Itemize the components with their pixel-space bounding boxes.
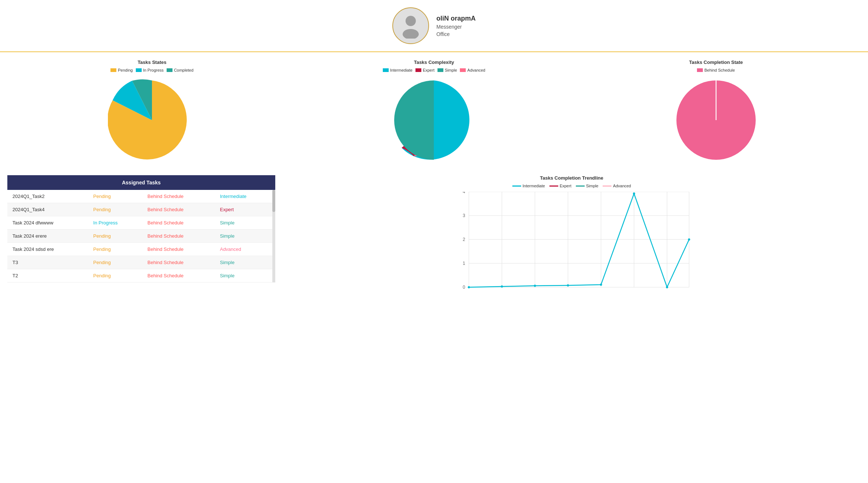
task-completion-cell: Behind Schedule: [142, 203, 215, 216]
trendline-legend-advanced: Advanced: [603, 184, 631, 188]
scrollbar-thumb[interactable]: [272, 190, 275, 212]
trendline-legend-expert: Expert: [549, 184, 571, 188]
task-completion-cell: Behind Schedule: [142, 190, 215, 203]
task-complexity-cell: Simple: [215, 216, 272, 230]
table-row[interactable]: 2024Q1_Task4PendingBehind ScheduleExpert: [7, 203, 272, 216]
table-row[interactable]: 2024Q1_Task2PendingBehind ScheduleInterm…: [7, 190, 272, 203]
legend-inprogress-label: In Progress: [143, 68, 164, 72]
trendline-section: Tasks Completion Trendline Intermediate …: [283, 175, 861, 303]
trendline-simple-color: [576, 185, 585, 187]
trendline-legend: Intermediate Expert Simple Advanced: [283, 184, 861, 188]
tasks-complexity-svg: [390, 76, 478, 164]
legend-expert: Expert: [415, 68, 435, 72]
trendline-intermediate-label: Intermediate: [523, 184, 545, 188]
trendline-expert-color: [549, 185, 558, 187]
trendline-advanced-label: Advanced: [613, 184, 631, 188]
svg-point-1: [403, 29, 419, 39]
table-row[interactable]: Task 2024 sdsd erePendingBehind Schedule…: [7, 243, 272, 256]
legend-inprogress: In Progress: [136, 68, 164, 72]
task-status-cell: Pending: [88, 269, 142, 282]
user-name: oliN orapmA: [436, 15, 476, 22]
legend-advanced: Advanced: [460, 68, 485, 72]
task-completion-cell: Behind Schedule: [142, 256, 215, 269]
table-header: Assigned Tasks: [7, 175, 275, 190]
legend-intermediate: Intermediate: [383, 68, 413, 72]
legend-inprogress-color: [136, 68, 142, 72]
svg-point-26: [600, 284, 602, 286]
legend-pending-color: [110, 68, 116, 72]
legend-advanced-color: [460, 68, 466, 72]
legend-advanced-label: Advanced: [467, 68, 485, 72]
svg-point-0: [406, 16, 416, 26]
task-complexity-cell: Simple: [215, 230, 272, 243]
table-row[interactable]: T3PendingBehind ScheduleSimple: [7, 256, 272, 269]
tasks-completion-chart: Tasks Completion State Behind Schedule: [579, 60, 853, 164]
svg-text:1: 1: [463, 261, 465, 266]
user-info: oliN orapmA Messenger Office: [436, 15, 476, 37]
avatar-icon: [398, 13, 424, 39]
svg-point-23: [501, 285, 503, 288]
trendline-expert-label: Expert: [560, 184, 571, 188]
tasks-completion-title: Tasks Completion State: [689, 60, 743, 65]
svg-text:0: 0: [463, 285, 465, 290]
tasks-states-legend: Pending In Progress Completed: [110, 68, 193, 72]
task-status-cell: Pending: [88, 256, 142, 269]
legend-intermediate-label: Intermediate: [390, 68, 413, 72]
svg-point-29: [688, 238, 690, 241]
tasks-complexity-chart: Tasks Complexity Intermediate Expert Sim…: [297, 60, 571, 164]
task-complexity-cell: Simple: [215, 256, 272, 269]
legend-simple: Simple: [437, 68, 457, 72]
task-complexity-cell: Intermediate: [215, 190, 272, 203]
legend-behind-color: [697, 68, 703, 72]
table-row[interactable]: T2PendingBehind ScheduleSimple: [7, 269, 272, 282]
task-completion-cell: Behind Schedule: [142, 243, 215, 256]
task-status-cell: Pending: [88, 230, 142, 243]
task-name-cell: Task 2024 erere: [7, 230, 88, 243]
task-status-cell: In Progress: [88, 216, 142, 230]
trendline-title: Tasks Completion Trendline: [283, 175, 861, 181]
svg-text:4: 4: [463, 192, 465, 194]
avatar: [392, 7, 429, 44]
task-name-cell: T2: [7, 269, 88, 282]
tasks-complexity-legend: Intermediate Expert Simple Advanced: [383, 68, 486, 72]
task-name-cell: Task 2024 sdsd ere: [7, 243, 88, 256]
table-row[interactable]: Task 2024 ererePendingBehind ScheduleSim…: [7, 230, 272, 243]
trendline-simple-label: Simple: [586, 184, 599, 188]
task-complexity-cell: Simple: [215, 269, 272, 282]
tasks-completion-svg: [672, 76, 760, 164]
legend-pending-label: Pending: [118, 68, 132, 72]
svg-point-27: [633, 192, 635, 195]
tasks-states-chart: Tasks States Pending In Progress Complet…: [15, 60, 289, 164]
task-name-cell: T3: [7, 256, 88, 269]
user-dept: Office: [436, 31, 476, 37]
table-row[interactable]: Task 2024 dfwwwwIn ProgressBehind Schedu…: [7, 216, 272, 230]
header: oliN orapmA Messenger Office: [0, 0, 868, 52]
trendline-intermediate-color: [512, 185, 521, 187]
task-completion-cell: Behind Schedule: [142, 269, 215, 282]
trendline-legend-simple: Simple: [576, 184, 599, 188]
task-complexity-cell: Advanced: [215, 243, 272, 256]
scrollbar[interactable]: [272, 190, 275, 282]
svg-point-24: [534, 285, 536, 287]
tasks-table: 2024Q1_Task2PendingBehind ScheduleInterm…: [7, 190, 272, 282]
task-completion-cell: Behind Schedule: [142, 230, 215, 243]
legend-completed-label: Completed: [174, 68, 193, 72]
legend-expert-color: [415, 68, 421, 72]
task-status-cell: Pending: [88, 190, 142, 203]
task-complexity-cell: Expert: [215, 203, 272, 216]
task-name-cell: 2024Q1_Task2: [7, 190, 88, 203]
legend-behind-label: Behind Schedule: [704, 68, 735, 72]
legend-intermediate-color: [383, 68, 389, 72]
svg-text:3: 3: [463, 213, 465, 218]
trendline-svg: 0 1 2 3 4: [283, 192, 861, 302]
tasks-states-title: Tasks States: [138, 60, 167, 65]
table-section: Assigned Tasks 2024Q1_Task2PendingBehind…: [7, 175, 275, 303]
legend-simple-color: [437, 68, 443, 72]
legend-pending: Pending: [110, 68, 132, 72]
task-status-cell: Pending: [88, 203, 142, 216]
user-role: Messenger: [436, 24, 476, 30]
svg-point-22: [468, 286, 470, 288]
legend-expert-label: Expert: [423, 68, 435, 72]
trendline-legend-intermediate: Intermediate: [512, 184, 545, 188]
table-wrapper: 2024Q1_Task2PendingBehind ScheduleInterm…: [7, 190, 275, 282]
